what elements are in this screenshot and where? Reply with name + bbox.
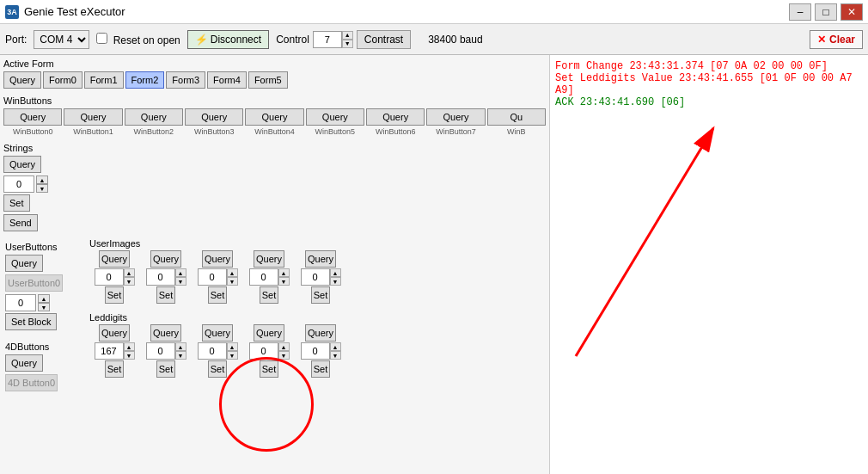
- close-button[interactable]: ✕: [840, 3, 863, 21]
- ui-query-0[interactable]: Query: [99, 250, 130, 268]
- wb-query-5[interactable]: Query: [306, 108, 364, 126]
- strings-query[interactable]: Query: [3, 156, 41, 173]
- led-query-4[interactable]: Query: [305, 324, 336, 342]
- ui-dn-2[interactable]: ▼: [227, 277, 238, 286]
- ui-dn-0[interactable]: ▼: [124, 277, 135, 286]
- ui-query-3[interactable]: Query: [254, 250, 284, 268]
- form5-btn[interactable]: Form5: [248, 71, 288, 89]
- contrast-button[interactable]: Contrast: [357, 30, 411, 49]
- led-set-0[interactable]: Set: [105, 360, 125, 378]
- fourdbtn0[interactable]: 4D Button0: [5, 374, 58, 391]
- led-spinner-1[interactable]: ▲▼: [146, 342, 186, 360]
- strings-up[interactable]: ▲: [36, 175, 48, 184]
- led-up-0[interactable]: ▲: [124, 342, 135, 351]
- ui-up-0[interactable]: ▲: [124, 268, 135, 277]
- ui-up-2[interactable]: ▲: [227, 268, 238, 277]
- ub-setblock[interactable]: Set Block: [5, 313, 57, 330]
- userbuttons-query[interactable]: Query: [5, 255, 43, 272]
- ui-up-1[interactable]: ▲: [175, 268, 186, 277]
- ui-spinner-3[interactable]: ▲▼: [249, 268, 290, 286]
- ui-dn-4[interactable]: ▼: [330, 277, 341, 286]
- led-query-2[interactable]: Query: [202, 324, 233, 342]
- led-query-1[interactable]: Query: [150, 324, 181, 342]
- led-up-2[interactable]: ▲: [227, 342, 238, 351]
- led-input-1[interactable]: [146, 342, 175, 360]
- form2-btn[interactable]: Form2: [125, 71, 165, 89]
- strings-down[interactable]: ▼: [36, 184, 48, 193]
- winbuttons-query[interactable]: Query: [3, 108, 62, 126]
- ui-set-1[interactable]: Set: [156, 286, 176, 304]
- led-input-3[interactable]: [249, 342, 278, 360]
- led-dn-1[interactable]: ▼: [175, 351, 186, 360]
- led-query-3[interactable]: Query: [254, 324, 284, 342]
- ui-spinner-0[interactable]: ▲▼: [95, 268, 135, 286]
- ui-query-2[interactable]: Query: [202, 250, 233, 268]
- strings-send[interactable]: Send: [3, 214, 38, 231]
- form4-btn[interactable]: Form4: [207, 71, 247, 89]
- ui-up-4[interactable]: ▲: [330, 268, 341, 277]
- port-select[interactable]: COM 4: [34, 30, 89, 49]
- led-input-4[interactable]: [301, 342, 330, 360]
- led-spinner-4[interactable]: ▲▼: [301, 342, 341, 360]
- ui-set-2[interactable]: Set: [208, 286, 228, 304]
- led-spinner-3[interactable]: ▲▼: [249, 342, 290, 360]
- ui-set-0[interactable]: Set: [105, 286, 125, 304]
- ui-set-3[interactable]: Set: [260, 286, 279, 304]
- led-dn-3[interactable]: ▼: [278, 351, 290, 360]
- led-set-4[interactable]: Set: [311, 360, 331, 378]
- form1-btn[interactable]: Form1: [84, 71, 124, 89]
- ui-dn-1[interactable]: ▼: [175, 277, 186, 286]
- wb-query-3[interactable]: Query: [185, 108, 243, 126]
- ui-query-1[interactable]: Query: [150, 250, 181, 268]
- wb-query-7[interactable]: Query: [426, 108, 485, 126]
- led-dn-0[interactable]: ▼: [124, 351, 135, 360]
- led-up-1[interactable]: ▲: [175, 342, 186, 351]
- ui-spinner-2[interactable]: ▲▼: [198, 268, 238, 286]
- active-form-query[interactable]: Query: [3, 71, 41, 89]
- clear-button[interactable]: ✕ Clear: [810, 30, 863, 49]
- minimize-button[interactable]: –: [789, 3, 811, 21]
- ui-up-3[interactable]: ▲: [278, 268, 290, 277]
- wb-query-2[interactable]: Query: [125, 108, 183, 126]
- ub-up[interactable]: ▲: [38, 294, 50, 303]
- wb-query-8[interactable]: Qu: [487, 108, 546, 126]
- disconnect-button[interactable]: ⚡ Disconnect: [187, 30, 269, 49]
- userbutton0-btn[interactable]: UserButton0: [5, 274, 63, 292]
- led-set-2[interactable]: Set: [208, 360, 228, 378]
- led-spinner-0[interactable]: ▲▼: [95, 342, 135, 360]
- ui-dn-3[interactable]: ▼: [278, 277, 290, 286]
- led-dn-2[interactable]: ▼: [227, 351, 238, 360]
- form3-btn[interactable]: Form3: [166, 71, 205, 89]
- led-up-3[interactable]: ▲: [278, 342, 290, 351]
- reset-checkbox-label[interactable]: Reset on open: [96, 33, 180, 46]
- userbuttons-input[interactable]: [5, 294, 36, 311]
- ui-set-4[interactable]: Set: [311, 286, 331, 304]
- control-spinner[interactable]: 7 ▲ ▼: [313, 31, 353, 48]
- strings-set[interactable]: Set: [3, 194, 30, 212]
- wb-query-4[interactable]: Query: [245, 108, 303, 126]
- ui-input-0[interactable]: [95, 268, 124, 286]
- form0-btn[interactable]: Form0: [43, 71, 83, 89]
- strings-input[interactable]: [3, 175, 34, 193]
- led-set-1[interactable]: Set: [156, 360, 176, 378]
- control-input[interactable]: 7: [313, 31, 342, 48]
- ub-down[interactable]: ▼: [38, 303, 50, 311]
- wb-query-6[interactable]: Query: [366, 108, 425, 126]
- strings-spinner[interactable]: ▲ ▼: [36, 175, 48, 193]
- led-up-4[interactable]: ▲: [330, 342, 341, 351]
- reset-checkbox[interactable]: [96, 33, 107, 44]
- led-query-0[interactable]: Query: [99, 324, 130, 342]
- ui-input-3[interactable]: [249, 268, 278, 286]
- led-spinner-2[interactable]: ▲▼: [198, 342, 238, 360]
- ui-input-2[interactable]: [198, 268, 227, 286]
- wb-query-1[interactable]: Query: [64, 108, 122, 126]
- control-down[interactable]: ▼: [342, 40, 353, 48]
- ui-input-4[interactable]: [301, 268, 330, 286]
- maximize-button[interactable]: □: [815, 3, 837, 21]
- control-up[interactable]: ▲: [342, 31, 353, 40]
- led-dn-4[interactable]: ▼: [330, 351, 341, 360]
- led-input-2[interactable]: [198, 342, 227, 360]
- led-set-3[interactable]: Set: [260, 360, 279, 378]
- ui-query-4[interactable]: Query: [305, 250, 336, 268]
- led-input-0[interactable]: [95, 342, 124, 360]
